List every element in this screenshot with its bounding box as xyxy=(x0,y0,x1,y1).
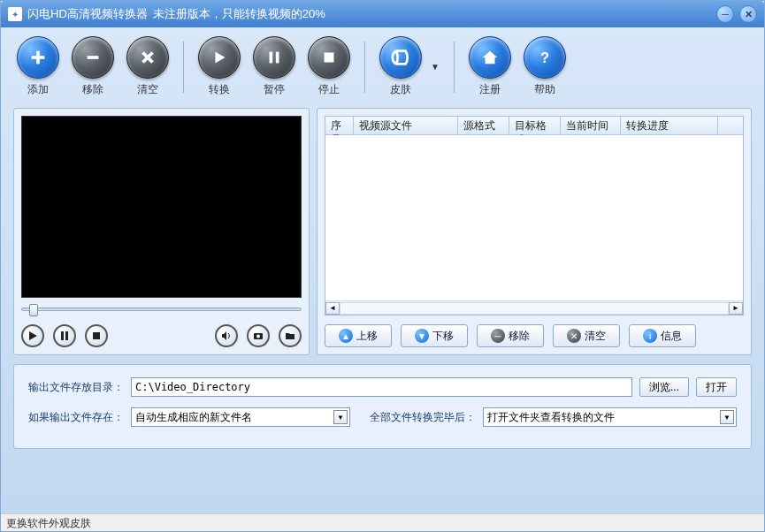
preview-pause-button[interactable] xyxy=(53,324,76,347)
info-icon: i xyxy=(643,329,657,343)
horizontal-scrollbar[interactable]: ◄► xyxy=(325,300,743,315)
output-panel: 输出文件存放目录： 浏览... 打开 如果输出文件存在： 自动生成相应的新文件名… xyxy=(13,364,752,449)
grid-body xyxy=(325,135,743,300)
status-text: 更换软件外观皮肤 xyxy=(6,517,91,529)
play-icon xyxy=(198,36,241,79)
move-up-button[interactable]: ▲上移 xyxy=(325,324,392,347)
skin-icon xyxy=(379,36,422,79)
clear-button[interactable]: 清空 xyxy=(126,36,169,97)
stop-button[interactable]: 停止 xyxy=(308,36,350,97)
list-remove-button[interactable]: ─移除 xyxy=(477,324,544,347)
skin-button[interactable]: 皮肤 xyxy=(379,36,422,97)
volume-button[interactable] xyxy=(215,324,238,347)
arrow-up-icon: ▲ xyxy=(339,329,353,343)
svg-marker-5 xyxy=(215,52,225,64)
file-list-panel: 序号视频源文件源格式目标格式当前时间转换进度 ◄► ▲上移 ▼下移 ─移除 ✕清… xyxy=(317,108,752,355)
preview-panel xyxy=(13,108,310,355)
list-clear-button[interactable]: ✕清空 xyxy=(553,324,620,347)
main-toolbar: 添加 移除 清空 转换 暂停 停止 xyxy=(1,27,764,103)
separator xyxy=(183,42,184,93)
svg-rect-2 xyxy=(88,56,99,59)
open-button[interactable]: 打开 xyxy=(696,377,737,397)
home-icon xyxy=(469,36,511,79)
grid-header: 序号视频源文件源格式目标格式当前时间转换进度 xyxy=(325,117,743,135)
chevron-down-icon: ▼ xyxy=(720,410,734,424)
after-convert-combo[interactable]: 打开文件夹查看转换的文件▼ xyxy=(483,407,737,427)
stop-icon xyxy=(308,36,350,79)
help-button[interactable]: ? 帮助 xyxy=(524,36,566,97)
question-icon: ? xyxy=(524,36,566,79)
plus-icon xyxy=(17,36,59,79)
file-exists-combo[interactable]: 自动生成相应的新文件名▼ xyxy=(131,407,350,427)
output-dir-input[interactable] xyxy=(131,377,632,397)
svg-rect-13 xyxy=(65,331,68,340)
svg-rect-14 xyxy=(93,332,100,339)
x-icon xyxy=(126,36,169,79)
grid-col-header[interactable]: 目标格式 xyxy=(509,117,561,134)
file-exists-label: 如果输出文件存在： xyxy=(28,410,124,425)
separator xyxy=(364,42,365,93)
seek-slider[interactable] xyxy=(21,301,302,317)
svg-marker-15 xyxy=(222,331,226,340)
minus-icon xyxy=(72,36,114,79)
preview-play-button[interactable] xyxy=(21,324,44,347)
svg-rect-7 xyxy=(276,52,279,64)
separator xyxy=(454,42,455,93)
preview-stop-button[interactable] xyxy=(85,324,108,347)
grid-col-header[interactable]: 源格式 xyxy=(458,117,509,134)
app-window: ✦ 闪电HD高清视频转换器 未注册版本，只能转换视频的20% ─ ✕ 添加 移除… xyxy=(0,0,765,532)
grid-col-header[interactable]: 序号 xyxy=(325,117,354,134)
chevron-down-icon: ▼ xyxy=(333,410,348,424)
convert-button[interactable]: 转换 xyxy=(198,36,241,97)
title-bar: ✦ 闪电HD高清视频转换器 未注册版本，只能转换视频的20% ─ ✕ xyxy=(1,1,764,27)
svg-rect-8 xyxy=(325,53,334,63)
info-button[interactable]: i信息 xyxy=(629,324,696,347)
grid-col-header[interactable]: 转换进度 xyxy=(621,117,718,134)
file-grid[interactable]: 序号视频源文件源格式目标格式当前时间转换进度 ◄► xyxy=(325,116,744,315)
pause-icon xyxy=(253,36,295,79)
svg-text:?: ? xyxy=(540,49,549,65)
folder-button[interactable] xyxy=(279,324,302,347)
grid-col-header[interactable]: 视频源文件 xyxy=(354,117,458,134)
arrow-down-icon: ▼ xyxy=(415,329,429,343)
snapshot-button[interactable] xyxy=(247,324,270,347)
remove-button[interactable]: 移除 xyxy=(72,36,114,97)
svg-rect-12 xyxy=(61,331,64,340)
svg-rect-1 xyxy=(32,56,45,59)
svg-marker-9 xyxy=(483,51,498,65)
skin-dropdown-icon[interactable]: ▼ xyxy=(431,62,440,72)
svg-point-17 xyxy=(256,335,260,338)
browse-button[interactable]: 浏览... xyxy=(639,377,689,397)
close-button[interactable]: ✕ xyxy=(739,5,757,23)
output-dir-label: 输出文件存放目录： xyxy=(28,380,124,395)
video-preview xyxy=(21,116,302,298)
add-button[interactable]: 添加 xyxy=(17,36,59,97)
app-icon: ✦ xyxy=(8,7,22,21)
move-down-button[interactable]: ▼下移 xyxy=(401,324,468,347)
svg-rect-6 xyxy=(270,52,273,64)
x-icon: ✕ xyxy=(567,329,581,343)
after-convert-label: 全部文件转换完毕后： xyxy=(370,410,476,425)
app-subtitle: 未注册版本，只能转换视频的20% xyxy=(153,6,325,22)
minimize-button[interactable]: ─ xyxy=(716,5,734,23)
grid-col-header[interactable]: 当前时间 xyxy=(561,117,621,134)
svg-marker-11 xyxy=(29,331,37,340)
pause-button[interactable]: 暂停 xyxy=(253,36,295,97)
minus-icon: ─ xyxy=(491,329,505,343)
register-button[interactable]: 注册 xyxy=(469,36,511,97)
status-bar: 更换软件外观皮肤 xyxy=(1,513,764,531)
app-title: 闪电HD高清视频转换器 xyxy=(27,6,148,22)
